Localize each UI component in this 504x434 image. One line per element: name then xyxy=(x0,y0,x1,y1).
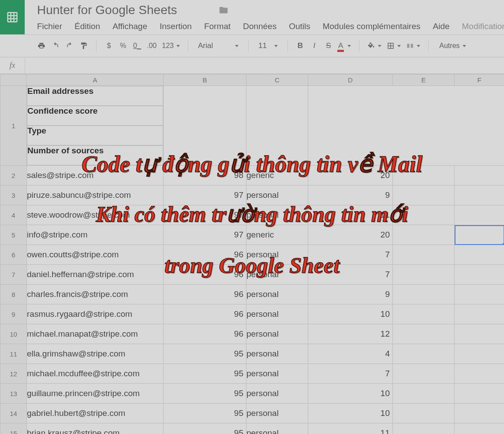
cell[interactable]: 95 xyxy=(164,404,246,423)
cell[interactable]: Number of sources xyxy=(27,145,163,165)
row-header[interactable]: 10 xyxy=(0,324,27,344)
cell[interactable]: 97 xyxy=(164,185,246,205)
cell[interactable]: gabriel.hubert@stripe.com xyxy=(27,404,164,423)
cell[interactable]: 11 xyxy=(308,205,393,225)
cell[interactable]: personal xyxy=(246,384,308,404)
cell[interactable]: 20 xyxy=(308,166,393,185)
column-header[interactable]: C xyxy=(246,74,308,86)
cell[interactable]: info@stripe.com xyxy=(27,225,164,245)
cell-selected[interactable] xyxy=(455,225,504,245)
cell[interactable]: personal xyxy=(246,304,308,324)
cell[interactable]: personal xyxy=(246,205,308,225)
cell[interactable]: 96 xyxy=(164,285,246,304)
menu-edit[interactable]: Édition xyxy=(75,20,105,34)
document-title[interactable]: Hunter for Google Sheets xyxy=(37,3,177,17)
menu-help[interactable]: Aide xyxy=(433,20,455,34)
format-number-menu[interactable]: 123 xyxy=(160,39,182,53)
cell[interactable] xyxy=(455,304,504,324)
row-header[interactable]: 2 xyxy=(0,166,27,185)
cell[interactable]: 4 xyxy=(308,344,393,364)
cell[interactable] xyxy=(393,185,455,205)
menu-format[interactable]: Format xyxy=(204,20,236,34)
cell[interactable]: personal xyxy=(246,185,308,205)
redo-button[interactable] xyxy=(63,39,76,53)
cell[interactable]: personal xyxy=(246,245,308,265)
cell[interactable]: personal xyxy=(246,423,308,434)
cell[interactable] xyxy=(393,384,455,404)
cell[interactable]: Email addresses xyxy=(27,86,163,106)
cell[interactable]: michael.mcduffee@stripe.com xyxy=(27,364,164,384)
cell[interactable] xyxy=(246,86,308,166)
format-increase-decimal-button[interactable]: .00 xyxy=(145,39,158,53)
cell[interactable]: guillaume.princen@stripe.com xyxy=(27,384,164,404)
cell[interactable] xyxy=(455,185,504,205)
cell[interactable]: owen.coutts@stripe.com xyxy=(27,245,164,265)
formula-input[interactable] xyxy=(25,57,504,74)
cell[interactable]: michael.manapat@stripe.com xyxy=(27,324,164,344)
fill-color-button[interactable] xyxy=(366,39,383,53)
cell[interactable] xyxy=(455,364,504,384)
format-currency-button[interactable]: $ xyxy=(103,39,115,53)
cell[interactable]: Type xyxy=(27,126,163,145)
cell[interactable] xyxy=(164,86,246,166)
borders-button[interactable] xyxy=(385,39,403,53)
font-size-select[interactable]: 11 xyxy=(255,41,281,50)
print-button[interactable] xyxy=(35,39,48,53)
cell[interactable] xyxy=(393,245,455,265)
cell[interactable]: ella.grimshaw@stripe.com xyxy=(27,344,164,364)
cell[interactable]: Confidence score xyxy=(27,106,163,126)
cell[interactable]: sales@stripe.com xyxy=(27,166,164,185)
cell[interactable] xyxy=(393,205,455,225)
row-header[interactable]: 9 xyxy=(0,304,27,324)
cell[interactable]: daniel.heffernan@stripe.com xyxy=(27,265,164,285)
paint-format-button[interactable] xyxy=(78,39,90,53)
format-decrease-decimal-button[interactable]: 0_ xyxy=(131,39,143,53)
folder-icon[interactable] xyxy=(219,5,228,15)
row-header[interactable]: 11 xyxy=(0,344,27,364)
cell[interactable]: 97 xyxy=(164,225,246,245)
cell[interactable]: 7 xyxy=(308,265,393,285)
text-color-button[interactable]: A xyxy=(336,39,353,53)
column-header[interactable]: A xyxy=(27,74,164,86)
row-header[interactable]: 8 xyxy=(0,285,27,304)
row-header[interactable]: 12 xyxy=(0,364,27,384)
cell[interactable]: 10 xyxy=(308,404,393,423)
cell[interactable]: 7 xyxy=(308,245,393,265)
cell[interactable]: 10 xyxy=(308,384,393,404)
cell[interactable]: 9 xyxy=(308,185,393,205)
sheets-app-icon[interactable] xyxy=(0,0,25,34)
menu-data[interactable]: Données xyxy=(243,20,282,34)
row-header[interactable]: 14 xyxy=(0,404,27,423)
cell[interactable] xyxy=(455,285,504,304)
cell[interactable]: 98 xyxy=(164,166,246,185)
cell[interactable] xyxy=(393,166,455,185)
undo-button[interactable] xyxy=(49,39,62,53)
cell[interactable] xyxy=(393,404,455,423)
cell[interactable] xyxy=(393,423,455,434)
row-header[interactable]: 1 xyxy=(0,86,27,166)
row-header[interactable]: 15 xyxy=(0,423,27,434)
cell[interactable]: steve.woodrow@stripe.com xyxy=(27,205,164,225)
cell[interactable] xyxy=(393,265,455,285)
cell[interactable] xyxy=(455,205,504,225)
cell[interactable]: 95 xyxy=(164,423,246,434)
cell[interactable]: 20 xyxy=(308,225,393,245)
font-family-select[interactable]: Arial xyxy=(194,41,242,50)
select-all-corner[interactable] xyxy=(0,74,27,86)
spreadsheet-grid[interactable]: A B C D E F 1 Email addresses Confidence… xyxy=(0,74,504,434)
cell[interactable]: 96 xyxy=(164,304,246,324)
row-header[interactable]: 3 xyxy=(0,185,27,205)
column-header[interactable]: F xyxy=(455,74,504,86)
cell[interactable]: brian.krausz@stripe.com xyxy=(27,423,164,434)
cell[interactable]: personal xyxy=(246,364,308,384)
cell[interactable] xyxy=(455,384,504,404)
cell[interactable]: personal xyxy=(246,324,308,344)
menu-file[interactable]: Fichier xyxy=(37,20,67,34)
cell[interactable]: personal xyxy=(246,344,308,364)
italic-button[interactable]: I xyxy=(308,39,321,53)
row-header[interactable]: 13 xyxy=(0,384,27,404)
cell[interactable]: personal xyxy=(246,404,308,423)
cell[interactable]: piruze.sabuncu@stripe.com xyxy=(27,185,164,205)
cell[interactable]: personal xyxy=(246,285,308,304)
cell[interactable]: 12 xyxy=(308,324,393,344)
